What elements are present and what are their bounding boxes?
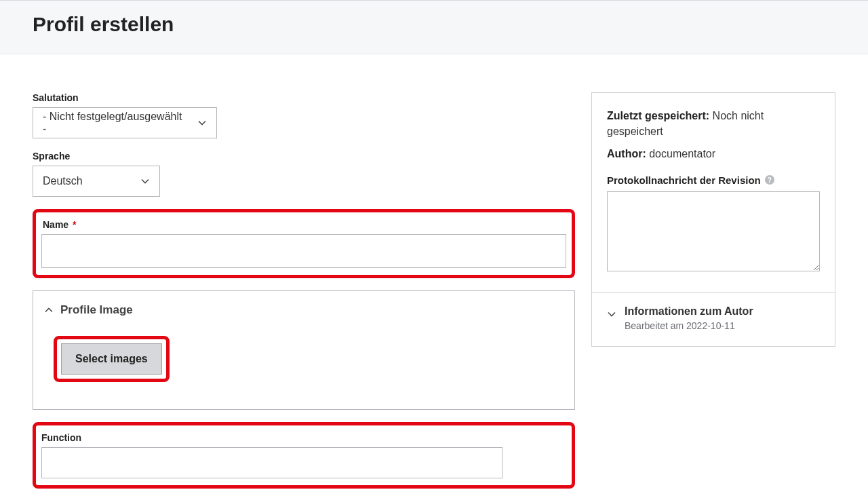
profile-image-panel-title: Profile Image	[60, 303, 133, 317]
revision-textarea[interactable]	[607, 191, 820, 271]
chevron-down-icon	[607, 309, 616, 319]
help-icon[interactable]: ?	[765, 175, 774, 185]
author-info-subtitle: Bearbeitet am 2022-10-11	[625, 320, 753, 331]
profile-image-panel: Profile Image Select images	[33, 290, 575, 410]
revision-label-row: Protokollnachricht der Revision ?	[607, 174, 820, 186]
name-field-highlight: Name *	[33, 209, 575, 278]
name-label-text: Name	[43, 219, 68, 230]
function-input[interactable]	[41, 447, 502, 478]
last-saved-line: Zuletzt gespeichert: Noch nicht gespeich…	[607, 108, 820, 139]
salutation-field: Salutation - Nicht festgelegt/ausgewählt…	[33, 92, 575, 138]
chevron-down-icon	[197, 118, 207, 128]
salutation-select[interactable]: - Nicht festgelegt/ausgewählt -	[33, 107, 217, 138]
required-indicator: *	[73, 219, 76, 230]
author-info-title: Informationen zum Autor	[625, 305, 753, 318]
salutation-selected-value: - Nicht festgelegt/ausgewählt -	[43, 111, 188, 135]
last-saved-label: Zuletzt gespeichert:	[607, 110, 709, 121]
page-title: Profil erstellen	[33, 13, 835, 36]
revision-label: Protokollnachricht der Revision	[607, 174, 761, 186]
author-label: Author:	[607, 148, 646, 159]
name-label: Name *	[43, 219, 566, 230]
author-info-toggle[interactable]: Informationen zum Autor Bearbeitet am 20…	[592, 293, 835, 346]
author-value: documentator	[649, 148, 715, 159]
author-line: Author: documentator	[607, 146, 820, 162]
salutation-label: Salutation	[33, 92, 575, 103]
chevron-up-icon	[44, 305, 54, 315]
language-field: Sprache Deutsch	[33, 151, 575, 197]
language-label: Sprache	[33, 151, 575, 162]
language-select[interactable]: Deutsch	[33, 166, 160, 197]
function-field-highlight: Function	[33, 422, 575, 489]
sidebar-card: Zuletzt gespeichert: Noch nicht gespeich…	[591, 92, 835, 347]
select-images-highlight: Select images	[54, 336, 170, 382]
function-label: Function	[41, 432, 566, 443]
profile-image-panel-toggle[interactable]: Profile Image	[44, 303, 564, 317]
chevron-down-icon	[140, 176, 150, 186]
name-input[interactable]	[41, 234, 566, 268]
select-images-button[interactable]: Select images	[61, 343, 162, 375]
language-selected-value: Deutsch	[43, 175, 83, 187]
